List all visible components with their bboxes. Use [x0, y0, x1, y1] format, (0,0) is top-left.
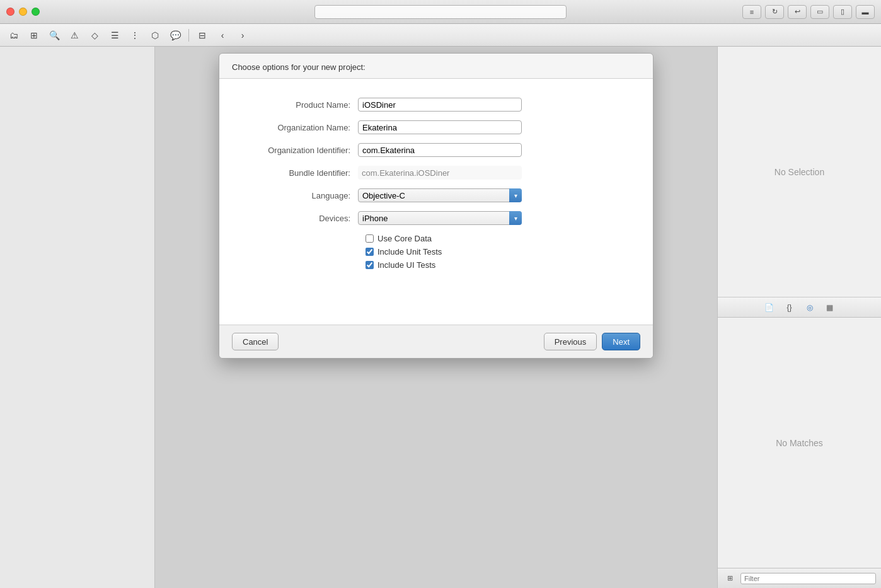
- dialog-cancel-area: Cancel Previous Next: [232, 333, 640, 350]
- rs-code-button[interactable]: {}: [782, 301, 797, 314]
- rs-layout-button[interactable]: ▦: [822, 301, 838, 314]
- org-id-row: Organization Identifier:: [232, 143, 640, 157]
- rs-doc-button[interactable]: 📄: [762, 301, 777, 314]
- include-unit-tests-row: Include Unit Tests: [232, 247, 640, 257]
- language-select[interactable]: Objective-C Swift: [358, 188, 522, 202]
- product-name-row: Product Name:: [232, 98, 640, 112]
- include-ui-tests-label[interactable]: Include UI Tests: [377, 260, 435, 270]
- use-core-data-row: Use Core Data: [232, 234, 640, 243]
- bundle-id-input: [358, 166, 522, 180]
- right-sidebar-footer: ⊞: [718, 568, 881, 588]
- include-ui-tests-checkbox[interactable]: [366, 261, 374, 269]
- include-ui-tests-row: Include UI Tests: [232, 260, 640, 270]
- left-sidebar: [0, 47, 155, 588]
- single-col-button[interactable]: ▭: [810, 5, 829, 19]
- rs-grid-footer-button[interactable]: ⊞: [723, 572, 737, 585]
- devices-label: Devices:: [232, 214, 358, 223]
- devices-row: Devices: iPhone iPad Universal ▾: [232, 211, 640, 225]
- rs-circle-button[interactable]: ◎: [802, 301, 817, 314]
- use-core-data-checkbox[interactable]: [366, 234, 374, 243]
- right-sidebar-bottom: No Matches: [718, 318, 881, 568]
- main-layout: Choose options for your new project: Pro…: [0, 47, 881, 588]
- refresh-button[interactable]: ↻: [765, 5, 784, 19]
- no-selection-text: No Selection: [774, 167, 824, 177]
- dialog-title: Choose options for your new project:: [232, 62, 366, 72]
- use-core-data-label[interactable]: Use Core Data: [377, 234, 432, 243]
- prev-nav-button[interactable]: ‹: [214, 27, 231, 43]
- product-name-input[interactable]: [358, 98, 522, 112]
- no-matches-text: No Matches: [776, 438, 823, 448]
- lines-view-button[interactable]: ≡: [742, 5, 761, 19]
- include-unit-tests-checkbox[interactable]: [366, 248, 374, 256]
- traffic-lights: [6, 8, 40, 16]
- next-nav-button[interactable]: ›: [234, 27, 251, 43]
- language-select-wrapper: Objective-C Swift ▾: [358, 188, 522, 202]
- right-sidebar-top: No Selection: [718, 47, 881, 297]
- bundle-id-label: Bundle Identifier:: [232, 168, 358, 178]
- toolbar: 🗂 ⊞ 🔍 ⚠ ◇ ☰ ⋮ ⬡ 💬 ⊟ ‹ ›: [0, 24, 881, 47]
- center-content: Choose options for your new project: Pro…: [155, 47, 717, 588]
- bundle-id-row: Bundle Identifier:: [232, 166, 640, 180]
- filter-input[interactable]: [740, 573, 876, 584]
- grid-button[interactable]: ⊞: [25, 27, 43, 43]
- right-sidebar: No Selection 📄 {} ◎ ▦ No Matches ⊞: [717, 47, 881, 588]
- product-name-label: Product Name:: [232, 100, 358, 110]
- cancel-button[interactable]: Cancel: [232, 333, 279, 350]
- task-button[interactable]: ⬡: [146, 27, 164, 43]
- language-label: Language:: [232, 191, 358, 200]
- right-sidebar-toolbar: 📄 {} ◎ ▦: [718, 297, 881, 318]
- close-button[interactable]: [6, 8, 14, 16]
- include-unit-tests-label[interactable]: Include Unit Tests: [377, 247, 442, 257]
- toolbar-separator: [188, 29, 189, 42]
- bullet-button[interactable]: ⋮: [126, 27, 144, 43]
- dialog-body: Product Name: Organization Name: Organiz…: [219, 79, 653, 325]
- warning-button[interactable]: ⚠: [66, 27, 83, 43]
- multi-col-button[interactable]: ▬: [856, 5, 875, 19]
- org-id-input[interactable]: [358, 143, 522, 157]
- grid2-button[interactable]: ⊟: [193, 27, 211, 43]
- previous-button[interactable]: Previous: [544, 333, 597, 350]
- enter-button[interactable]: ↩: [788, 5, 807, 19]
- titlebar-center: [314, 5, 567, 19]
- dialog-header: Choose options for your new project:: [219, 54, 653, 79]
- org-id-label: Organization Identifier:: [232, 146, 358, 155]
- folder-button[interactable]: 🗂: [5, 27, 23, 43]
- search-button[interactable]: 🔍: [45, 27, 63, 43]
- titlebar-right: ≡ ↻ ↩ ▭ ▯ ▬: [742, 5, 875, 19]
- titlebar: ≡ ↻ ↩ ▭ ▯ ▬: [0, 0, 881, 24]
- new-project-dialog: Choose options for your new project: Pro…: [219, 53, 654, 359]
- maximize-button[interactable]: [32, 8, 40, 16]
- language-row: Language: Objective-C Swift ▾: [232, 188, 640, 202]
- dialog-footer: Cancel Previous Next: [219, 325, 653, 358]
- org-name-row: Organization Name:: [232, 120, 640, 134]
- devices-select-wrapper: iPhone iPad Universal ▾: [358, 211, 522, 225]
- bookmark-button[interactable]: ◇: [86, 27, 103, 43]
- comment-button[interactable]: 💬: [166, 27, 184, 43]
- split-button[interactable]: ▯: [833, 5, 852, 19]
- minimize-button[interactable]: [19, 8, 27, 16]
- list-button[interactable]: ☰: [106, 27, 124, 43]
- title-input[interactable]: [314, 5, 567, 19]
- next-button[interactable]: Next: [602, 333, 640, 350]
- org-name-label: Organization Name:: [232, 123, 358, 132]
- org-name-input[interactable]: [358, 120, 522, 134]
- devices-select[interactable]: iPhone iPad Universal: [358, 211, 522, 225]
